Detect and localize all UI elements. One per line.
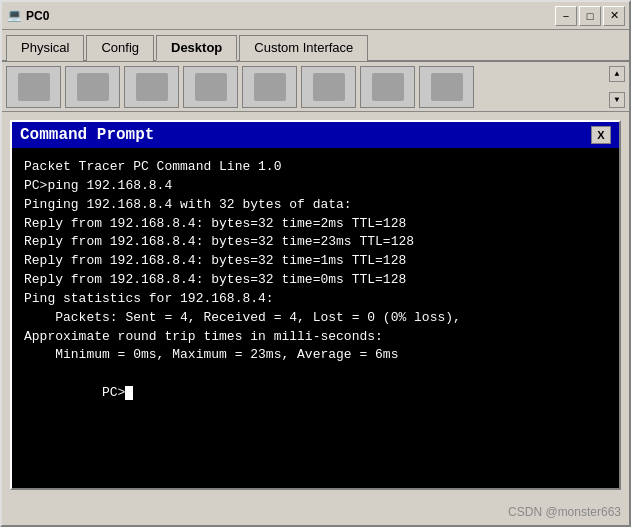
scroll-up-arrow[interactable]: ▲ xyxy=(609,66,625,82)
icon-bar-item-4[interactable] xyxy=(183,66,238,108)
cmd-line-6: Reply from 192.168.8.4: bytes=32 time=23… xyxy=(24,233,607,252)
cmd-cursor xyxy=(125,386,133,400)
window-title: PC0 xyxy=(26,9,555,23)
cmd-close-button[interactable]: X xyxy=(591,126,611,144)
icon-3 xyxy=(136,73,168,101)
tab-config[interactable]: Config xyxy=(86,35,154,61)
icon-bar-item-5[interactable] xyxy=(242,66,297,108)
icon-bar-item-8[interactable] xyxy=(419,66,474,108)
watermark: CSDN @monster663 xyxy=(508,505,621,519)
cmd-line-3: Pinging 192.168.8.4 with 32 bytes of dat… xyxy=(24,196,607,215)
cmd-title: Command Prompt xyxy=(20,126,154,144)
tab-physical[interactable]: Physical xyxy=(6,35,84,61)
maximize-button[interactable]: □ xyxy=(579,6,601,26)
cmd-prompt-line[interactable]: PC> xyxy=(24,365,607,422)
cmd-line-13: Minimum = 0ms, Maximum = 23ms, Average =… xyxy=(24,346,607,365)
cmd-line-5: Reply from 192.168.8.4: bytes=32 time=2m… xyxy=(24,215,607,234)
app-icon: 💻 xyxy=(6,8,22,24)
icon-7 xyxy=(372,73,404,101)
icon-bar-item-6[interactable] xyxy=(301,66,356,108)
icon-1 xyxy=(18,73,50,101)
scrollbar-vertical: ▲ ▼ xyxy=(609,66,625,108)
tab-custom-interface[interactable]: Custom Interface xyxy=(239,35,368,61)
icon-6 xyxy=(313,73,345,101)
icon-8 xyxy=(431,73,463,101)
icon-bar-item-3[interactable] xyxy=(124,66,179,108)
close-button[interactable]: ✕ xyxy=(603,6,625,26)
cmd-titlebar: Command Prompt X xyxy=(12,122,619,148)
cmd-line-12: Approximate round trip times in milli-se… xyxy=(24,328,607,347)
window-controls: − □ ✕ xyxy=(555,6,625,26)
icon-bar-item-7[interactable] xyxy=(360,66,415,108)
icon-5 xyxy=(254,73,286,101)
cmd-line-0: Packet Tracer PC Command Line 1.0 xyxy=(24,158,607,177)
cmd-line-10: Ping statistics for 192.168.8.4: xyxy=(24,290,607,309)
cmd-line-7: Reply from 192.168.8.4: bytes=32 time=1m… xyxy=(24,252,607,271)
scroll-down-arrow[interactable]: ▼ xyxy=(609,92,625,108)
icon-4 xyxy=(195,73,227,101)
tab-desktop[interactable]: Desktop xyxy=(156,35,237,61)
title-bar: 💻 PC0 − □ ✕ xyxy=(2,2,629,30)
command-prompt-window: Command Prompt X Packet Tracer PC Comman… xyxy=(10,120,621,490)
cmd-body[interactable]: Packet Tracer PC Command Line 1.0 PC>pin… xyxy=(12,148,619,488)
icon-bar-item-1[interactable] xyxy=(6,66,61,108)
icon-2 xyxy=(77,73,109,101)
cmd-line-1: PC>ping 192.168.8.4 xyxy=(24,177,607,196)
cmd-line-8: Reply from 192.168.8.4: bytes=32 time=0m… xyxy=(24,271,607,290)
cmd-prompt-text: PC> xyxy=(102,385,125,400)
main-content: Command Prompt X Packet Tracer PC Comman… xyxy=(2,112,629,498)
icon-bar: ▲ ▼ xyxy=(2,62,629,112)
tabs-row: Physical Config Desktop Custom Interface xyxy=(2,30,629,62)
icon-bar-item-2[interactable] xyxy=(65,66,120,108)
minimize-button[interactable]: − xyxy=(555,6,577,26)
cmd-line-11: Packets: Sent = 4, Received = 4, Lost = … xyxy=(24,309,607,328)
